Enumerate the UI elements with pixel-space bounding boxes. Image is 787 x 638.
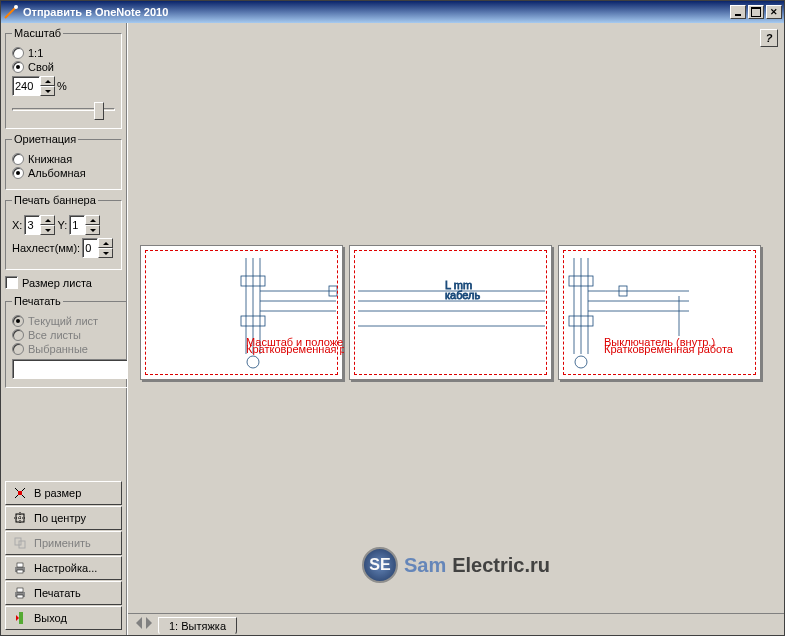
app-icon	[3, 4, 19, 20]
y-spinner[interactable]	[69, 215, 100, 235]
apply-icon	[12, 535, 28, 551]
scale-up[interactable]	[40, 76, 55, 86]
svg-point-38	[575, 356, 587, 368]
fit-button[interactable]: В размер	[5, 481, 122, 505]
preview-pane[interactable]: ? Масштаб и положение Кр	[128, 23, 784, 613]
watermark-logo: SE	[362, 547, 398, 583]
banner-legend: Печать баннера	[12, 194, 98, 206]
y-label: Y:	[57, 219, 67, 231]
page-previews: Масштаб и положение Кратковременная рабо…	[140, 245, 761, 380]
x-input[interactable]	[24, 215, 40, 235]
close-button[interactable]: ✕	[766, 5, 782, 19]
percent-label: %	[57, 80, 67, 92]
svg-rect-9	[17, 563, 23, 567]
watermark-text-1: Sam	[404, 554, 446, 577]
page-preview-2[interactable]: L mm кабель	[349, 245, 552, 380]
x-label: X:	[12, 219, 22, 231]
svg-rect-2	[18, 491, 22, 495]
printer-icon	[12, 585, 28, 601]
schematic-3: Выключатель (внутр.) Кратковременная раб…	[559, 246, 762, 381]
x-spinner[interactable]	[24, 215, 55, 235]
tab-bar: 1: Вытяжка	[128, 613, 784, 635]
scale-down[interactable]	[40, 86, 55, 96]
svg-point-20	[247, 356, 259, 368]
main-area: ? Масштаб и положение Кр	[127, 23, 784, 635]
window-title: Отправить в OneNote 2010	[23, 6, 728, 18]
center-button[interactable]: По центру	[5, 506, 122, 530]
banner-group: Печать баннера X: Y: Нахлест(мм):	[5, 194, 122, 270]
maximize-button[interactable]	[748, 5, 764, 19]
page-preview-3[interactable]: Выключатель (внутр.) Кратковременная раб…	[558, 245, 761, 380]
sheet-size-checkbox[interactable]: Размер листа	[5, 276, 122, 289]
scale-radio-custom[interactable]: Свой	[12, 61, 115, 73]
scale-spinner[interactable]	[12, 76, 55, 96]
scale-legend: Масштаб	[12, 27, 63, 39]
svg-text:Кратковременная работа: Кратковременная работа	[246, 343, 344, 355]
watermark: SE SamElectric.ru	[362, 547, 550, 583]
svg-rect-10	[17, 570, 23, 573]
help-button[interactable]: ?	[760, 29, 778, 47]
print-legend: Печатать	[12, 295, 63, 307]
scale-input[interactable]	[12, 76, 40, 96]
y-input[interactable]	[69, 215, 85, 235]
overlap-spinner[interactable]	[82, 238, 113, 258]
scale-slider[interactable]	[12, 100, 115, 120]
button-stack: В размер По центру Применить Настройка..…	[5, 480, 122, 631]
minimize-button[interactable]	[730, 5, 746, 19]
printer-settings-icon	[12, 560, 28, 576]
titlebar[interactable]: Отправить в OneNote 2010 ✕	[1, 1, 784, 23]
apply-button: Применить	[5, 531, 122, 555]
schematic-2: L mm кабель	[350, 246, 553, 381]
print-button[interactable]: Печатать	[5, 581, 122, 605]
scale-group: Масштаб 1:1 Свой %	[5, 27, 122, 129]
svg-text:кабель: кабель	[445, 289, 481, 301]
schematic-1: Масштаб и положение Кратковременная рабо…	[141, 246, 344, 381]
exit-button[interactable]: Выход	[5, 606, 122, 630]
orientation-legend: Ориетнация	[12, 133, 78, 145]
radio-landscape[interactable]: Альбомная	[12, 167, 115, 179]
page-preview-1[interactable]: Масштаб и положение Кратковременная рабо…	[140, 245, 343, 380]
sidebar: Масштаб 1:1 Свой %	[1, 23, 127, 635]
exit-icon	[12, 610, 28, 626]
overlap-input[interactable]	[82, 238, 98, 258]
center-icon	[12, 510, 28, 526]
svg-text:Кратковременная работа: Кратковременная работа	[604, 343, 734, 355]
watermark-text-2: Electric.ru	[452, 554, 550, 577]
fit-icon	[12, 485, 28, 501]
svg-rect-14	[19, 612, 23, 624]
svg-rect-12	[17, 588, 23, 592]
scale-radio-11[interactable]: 1:1	[12, 47, 115, 59]
overlap-label: Нахлест(мм):	[12, 242, 80, 254]
app-window: Отправить в OneNote 2010 ✕ Масштаб 1:1 С…	[0, 0, 785, 636]
tab-sheet-1[interactable]: 1: Вытяжка	[158, 617, 237, 635]
orientation-group: Ориетнация Книжная Альбомная	[5, 133, 122, 190]
svg-rect-13	[17, 595, 23, 598]
svg-point-1	[14, 5, 18, 9]
settings-button[interactable]: Настройка...	[5, 556, 122, 580]
radio-portrait[interactable]: Книжная	[12, 153, 115, 165]
